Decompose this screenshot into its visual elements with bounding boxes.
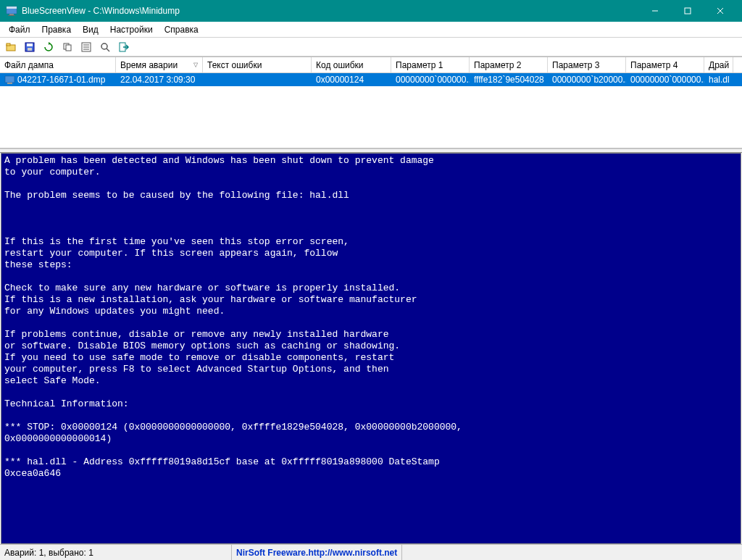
table-header: Файл дампа Время аварии▽ Текст ошибки Ко… <box>0 57 742 73</box>
svg-rect-11 <box>27 43 33 46</box>
save-icon[interactable] <box>22 39 38 55</box>
find-icon[interactable] <box>97 39 113 55</box>
menu-file[interactable]: Файл <box>3 23 36 36</box>
col-label: Параметр 4 <box>630 60 678 70</box>
svg-rect-2 <box>9 14 14 15</box>
col-error-code[interactable]: Код ошибки <box>312 57 391 72</box>
sort-desc-icon: ▽ <box>193 62 198 68</box>
col-error-text[interactable]: Текст ошибки <box>203 57 312 72</box>
col-label: Код ошибки <box>316 60 364 70</box>
svg-rect-24 <box>7 83 12 84</box>
col-label: Время аварии <box>120 60 178 70</box>
cell-param1: 00000000`000000... <box>391 74 470 85</box>
menu-help[interactable]: Справка <box>159 23 204 36</box>
dump-file-icon <box>4 75 16 85</box>
col-dump-file[interactable]: Файл дампа <box>0 57 116 72</box>
status-left: Аварий: 1, выбрано: 1 <box>0 545 232 560</box>
maximize-button[interactable] <box>671 0 704 22</box>
svg-rect-3 <box>8 15 15 16</box>
svg-rect-5 <box>685 8 691 14</box>
cell-error-code: 0x00000124 <box>312 74 391 85</box>
cell-driver: hal.dl <box>704 74 733 85</box>
bsod-preview-pane[interactable]: A problem has been detected and Windows … <box>1 153 741 544</box>
col-param4[interactable]: Параметр 4 <box>626 57 704 72</box>
svg-rect-9 <box>7 43 10 46</box>
properties-icon[interactable] <box>78 39 94 55</box>
menu-settings[interactable]: Настройки <box>104 23 159 36</box>
col-crash-time[interactable]: Время аварии▽ <box>116 57 203 72</box>
brand-text: NirSoft Freeware. <box>236 548 308 558</box>
status-brand: NirSoft Freeware. http://www.nirsoft.net <box>232 545 402 560</box>
svg-point-20 <box>101 43 107 49</box>
close-button[interactable] <box>704 0 736 22</box>
cell-param2: ffffe182`9e504028 <box>470 74 548 85</box>
svg-line-21 <box>107 49 109 51</box>
col-param2[interactable]: Параметр 2 <box>470 57 548 72</box>
col-driver[interactable]: Драй <box>704 57 733 72</box>
copy-icon[interactable] <box>59 39 75 55</box>
col-label: Текст ошибки <box>207 60 262 70</box>
dump-list-pane[interactable]: Файл дампа Время аварии▽ Текст ошибки Ко… <box>0 57 742 149</box>
table-row[interactable]: 042217-16671-01.dmp 22.04.2017 3:09:30 0… <box>0 73 742 86</box>
svg-rect-12 <box>28 48 32 51</box>
col-param3[interactable]: Параметр 3 <box>548 57 626 72</box>
app-icon <box>6 5 17 17</box>
statusbar: Аварий: 1, выбрано: 1 NirSoft Freeware. … <box>0 544 742 560</box>
exit-icon[interactable] <box>116 39 132 55</box>
col-label: Параметр 3 <box>552 60 599 70</box>
cell-dump-file: 042217-16671-01.dmp <box>17 75 105 85</box>
refresh-icon[interactable] <box>41 39 57 55</box>
col-label: Драй <box>709 60 729 70</box>
open-icon[interactable] <box>3 39 19 55</box>
menu-edit[interactable]: Правка <box>36 23 78 36</box>
cell-param3: 00000000`b20000... <box>548 74 626 85</box>
svg-rect-15 <box>66 45 71 51</box>
col-label: Параметр 1 <box>396 60 443 70</box>
cell-param4: 00000000`000000... <box>626 74 704 85</box>
col-param1[interactable]: Параметр 1 <box>391 57 470 72</box>
svg-rect-23 <box>5 76 14 83</box>
cell-error-text <box>203 79 312 80</box>
col-label: Файл дампа <box>4 60 54 70</box>
window-title: BlueScreenView - C:\Windows\Minidump <box>22 6 638 16</box>
col-label: Параметр 2 <box>474 60 521 70</box>
minimize-button[interactable] <box>638 0 671 22</box>
toolbar <box>0 38 742 57</box>
titlebar: BlueScreenView - C:\Windows\Minidump <box>0 0 742 22</box>
brand-url[interactable]: http://www.nirsoft.net <box>308 548 397 558</box>
menubar: Файл Правка Вид Настройки Справка <box>0 22 742 38</box>
cell-crash-time: 22.04.2017 3:09:30 <box>116 74 203 85</box>
menu-view[interactable]: Вид <box>77 23 104 36</box>
svg-rect-1 <box>7 7 17 9</box>
